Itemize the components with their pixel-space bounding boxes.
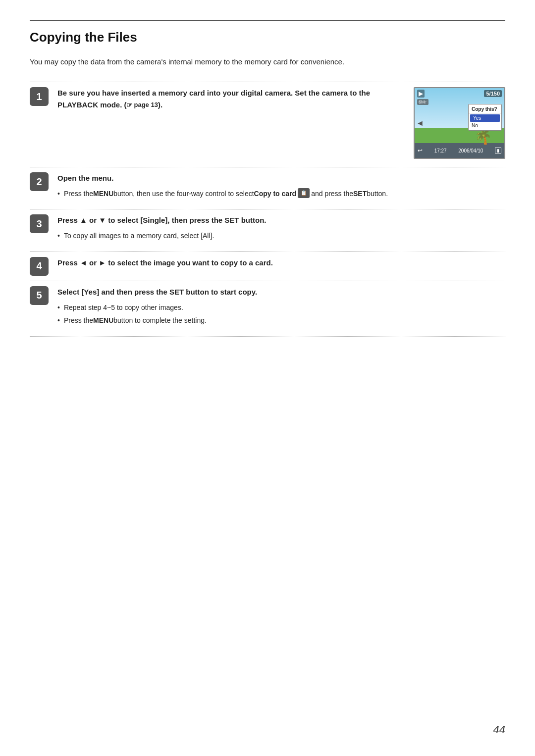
step-2-bullets: Press the MENU button, then use the four… <box>57 188 505 199</box>
set-label-2: SET <box>353 188 367 199</box>
step-2-content: Open the menu. Press the MENU button, th… <box>57 167 505 209</box>
step-2: 2 Open the menu. Press the MENU button, … <box>30 167 505 209</box>
step-1: 1 Be sure you have inserted a memory car… <box>30 82 505 167</box>
step-3-bullets: To copy all images to a memory card, sel… <box>57 230 505 241</box>
step-1-text-col: Be sure you have inserted a memory card … <box>57 87 414 115</box>
step-5-bullets: Repeat step 4~5 to copy other images. Pr… <box>57 302 505 326</box>
page-title: Copying the Files <box>30 30 505 45</box>
copy-to-card-label: Copy to card <box>254 188 297 199</box>
step-4: 4 Press ◄ or ► to select the image you w… <box>30 252 505 281</box>
step-1-content: Be sure you have inserted a memory card … <box>57 82 505 167</box>
intro-text: You may copy the data from the camera's … <box>30 56 505 68</box>
step-3-content: Press ▲ or ▼ to select [Single], then pr… <box>57 209 505 251</box>
step-5-bullet-2: Press the MENU button to complete the se… <box>57 315 505 326</box>
step-1-main-text: Be sure you have inserted a memory card … <box>57 87 404 111</box>
up-arrow: ▲ <box>80 216 87 224</box>
copy-dialog: Copy this? Yes No <box>468 104 502 131</box>
camera-bottom-bar: ↩ 17:27 2006/04/10 ▮ <box>415 143 504 158</box>
step-2-bullet-1: Press the MENU button, then use the four… <box>57 188 505 199</box>
palm-tree-icon: 🌴 <box>475 130 492 144</box>
step-1-ref: page 13 <box>126 100 158 110</box>
step-3-bullet-1: To copy all images to a memory card, sel… <box>57 230 505 241</box>
menu-label-5: MENU <box>93 315 113 326</box>
step-5-bullet-1: Repeat step 4~5 to copy other images. <box>57 302 505 313</box>
step-5-bottom-line <box>30 336 505 337</box>
step-1-number: 1 <box>30 87 49 106</box>
camera-time: 17:27 <box>434 148 447 153</box>
play-icon: ▶ <box>417 90 425 98</box>
battery-icon: ▮ <box>495 148 501 153</box>
step-1-row: Be sure you have inserted a memory card … <box>57 87 505 159</box>
step-3-main-text: Press ▲ or ▼ to select [Single], then pr… <box>57 214 505 226</box>
set-label-5: SET <box>169 288 184 296</box>
right-arrow: ► <box>99 258 106 267</box>
step-3-number: 3 <box>30 214 49 233</box>
copy-dialog-no: No <box>469 122 501 129</box>
step-2-main-text: Open the menu. <box>57 172 505 184</box>
step-2-number: 2 <box>30 172 49 191</box>
step-5-number: 5 <box>30 286 49 305</box>
step-4-content: Press ◄ or ► to select the image you wan… <box>57 252 505 281</box>
playback-label: PLAYBACK <box>57 101 98 109</box>
steps-container: 1 Be sure you have inserted a memory car… <box>30 82 505 337</box>
copy-dialog-title: Copy this? <box>469 106 501 113</box>
camera-date: 2006/04/10 <box>458 148 483 153</box>
step-4-main-text: Press ◄ or ► to select the image you wan… <box>57 257 505 269</box>
step-5: 5 Select [Yes] and then press the SET bu… <box>30 281 505 336</box>
counter-badge: 5/150 <box>484 90 502 97</box>
set-label-3: SET <box>224 216 239 224</box>
step-5-main-text: Select [Yes] and then press the SET butt… <box>57 286 505 298</box>
step-4-number: 4 <box>30 257 49 276</box>
step-5-content: Select [Yes] and then press the SET butt… <box>57 281 505 336</box>
menu-label: MENU <box>93 188 113 199</box>
copy-dialog-yes: Yes <box>470 114 500 122</box>
camera-screen: 🌴 ▶ 5/150 6M↑ ◄ ► Copy this? Yes <box>414 87 505 159</box>
step-3: 3 Press ▲ or ▼ to select [Single], then … <box>30 209 505 251</box>
down-arrow: ▼ <box>99 216 106 224</box>
left-arrow: ◄ <box>80 258 87 267</box>
page-number: 44 <box>493 723 505 736</box>
resolution-badge: 6M↑ <box>417 99 428 105</box>
top-rule <box>30 20 505 21</box>
camera-top-bar: ▶ 5/150 <box>415 88 504 99</box>
back-icon: ↩ <box>418 147 423 154</box>
camera-arrow-left: ◄ <box>416 119 424 128</box>
copy-to-card-icon: 📋 <box>298 188 310 198</box>
